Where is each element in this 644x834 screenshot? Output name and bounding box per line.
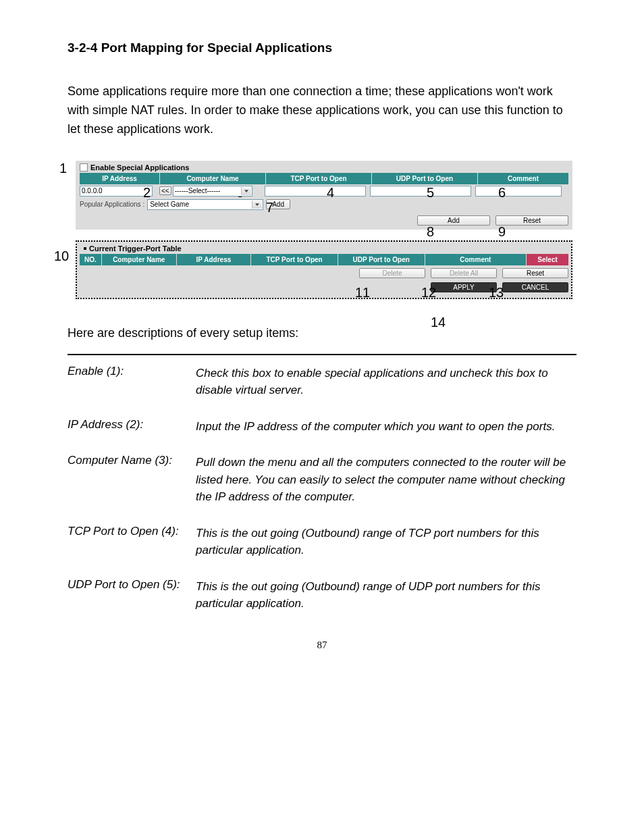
annotation-9: 9 bbox=[498, 224, 506, 240]
hdr-comment: Comment bbox=[478, 173, 568, 184]
descriptions-table: Enable (1): Check this box to enable spe… bbox=[68, 354, 576, 613]
input-fields-row: << ------Select------ bbox=[80, 186, 568, 197]
desc-value: Pull down the menu and all the computers… bbox=[196, 454, 576, 506]
desc-label: UDP Port to Open (5): bbox=[68, 578, 196, 613]
intro-paragraph: Some applications require more than one … bbox=[68, 82, 576, 139]
hdr-ip-address: IP Address bbox=[80, 173, 160, 184]
apply-button[interactable]: APPLY bbox=[431, 282, 497, 292]
annotation-2: 2 bbox=[143, 185, 151, 201]
input-header-row: IP Address Computer Name TCP Port to Ope… bbox=[80, 173, 568, 184]
trigger-header-row: NO. Computer Name IP Address TCP Port to… bbox=[80, 254, 568, 265]
annotation-5: 5 bbox=[427, 185, 434, 201]
copy-name-button[interactable]: << bbox=[159, 186, 171, 195]
enable-checkbox[interactable] bbox=[80, 163, 88, 172]
hdr-computer-name-2: Computer Name bbox=[102, 254, 177, 265]
comment-input[interactable] bbox=[475, 186, 562, 197]
hdr-computer-name: Computer Name bbox=[160, 173, 266, 184]
hdr-no: NO. bbox=[80, 254, 102, 265]
config-screenshot: 1 2 3 4 5 6 7 8 9 10 11 12 13 14 Enable … bbox=[59, 161, 576, 299]
reset-button-2[interactable]: Reset bbox=[502, 268, 568, 278]
computer-name-select-text: ------Select------ bbox=[173, 187, 221, 194]
chevron-down-icon bbox=[252, 201, 262, 209]
annotation-1: 1 bbox=[59, 161, 67, 176]
tcp-port-input[interactable] bbox=[265, 186, 366, 197]
desc-value: Check this box to enable special applica… bbox=[196, 365, 576, 399]
cancel-button[interactable]: CANCEL bbox=[502, 282, 568, 292]
hdr-tcp-port-2: TCP Port to Open bbox=[251, 254, 338, 265]
desc-label: Computer Name (3): bbox=[68, 454, 196, 506]
desc-label: IP Address (2): bbox=[68, 418, 196, 436]
udp-port-input[interactable] bbox=[370, 186, 471, 197]
desc-label: Enable (1): bbox=[68, 365, 196, 399]
desc-value: This is the out going (Outbound) range o… bbox=[196, 525, 576, 559]
hdr-ip-address-2: IP Address bbox=[177, 254, 252, 265]
annotation-4: 4 bbox=[327, 185, 334, 201]
annotation-10: 10 bbox=[54, 249, 69, 264]
annotation-13: 13 bbox=[489, 285, 504, 301]
annotation-11: 11 bbox=[355, 285, 370, 301]
desc-value: Input the IP address of the computer whi… bbox=[196, 418, 576, 436]
annotation-7: 7 bbox=[266, 200, 273, 215]
popular-apps-select[interactable]: Select Game bbox=[147, 199, 263, 210]
desc-value: This is the out going (Outbound) range o… bbox=[196, 578, 576, 613]
desc-label: TCP Port to Open (4): bbox=[68, 525, 196, 559]
trigger-table-title: Current Trigger-Port Table bbox=[80, 244, 568, 253]
annotation-6: 6 bbox=[498, 185, 506, 201]
popular-apps-label: Popular Applications : bbox=[80, 201, 144, 208]
delete-button[interactable]: Delete bbox=[359, 268, 425, 278]
annotation-12: 12 bbox=[421, 285, 436, 301]
hdr-select: Select bbox=[527, 254, 568, 265]
hdr-udp-port-2: UDP Port to Open bbox=[338, 254, 425, 265]
section-heading: 3-2-4 Port Mapping for Special Applicati… bbox=[68, 41, 576, 55]
computer-name-select[interactable]: ------Select------ bbox=[173, 186, 252, 197]
annotation-14: 14 bbox=[431, 315, 446, 330]
delete-all-button[interactable]: Delete All bbox=[431, 268, 497, 278]
popular-apps-select-text: Select Game bbox=[148, 201, 189, 208]
ip-address-input[interactable] bbox=[80, 186, 153, 197]
hdr-udp-port: UDP Port to Open bbox=[372, 173, 478, 184]
hdr-comment-2: Comment bbox=[425, 254, 527, 265]
hdr-tcp-port: TCP Port to Open bbox=[266, 173, 372, 184]
annotation-8: 8 bbox=[427, 224, 434, 240]
page-number: 87 bbox=[68, 640, 576, 651]
chevron-down-icon bbox=[241, 187, 251, 195]
trigger-table-title-text: Current Trigger-Port Table bbox=[89, 244, 182, 253]
reset-button[interactable]: Reset bbox=[495, 215, 568, 226]
enable-label: Enable Special Applications bbox=[90, 163, 189, 172]
descriptions-intro: Here are descriptions of every setup ite… bbox=[68, 326, 576, 340]
